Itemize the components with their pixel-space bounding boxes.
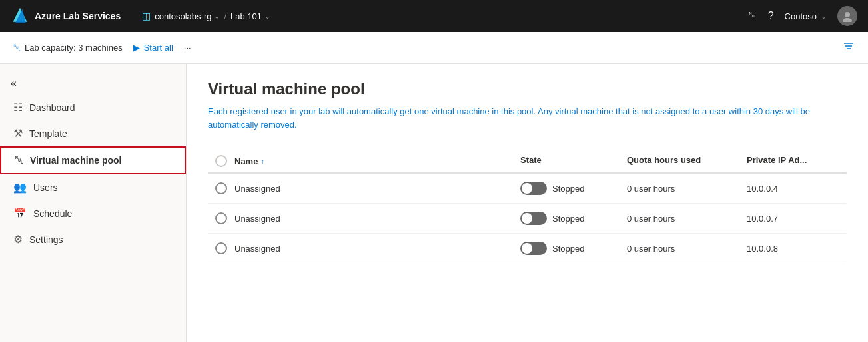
- template-icon: ⚒: [13, 127, 23, 140]
- play-icon: ▶: [133, 43, 140, 53]
- user-chevron-icon: ⌄: [821, 12, 827, 21]
- toolbar: ␀ Lab capacity: 3 machines ▶ Start all ·…: [0, 32, 868, 64]
- user-label: Contoso: [785, 11, 817, 21]
- vm-pool-icon: ␀: [15, 154, 23, 166]
- sidebar: « ☷ Dashboard ⚒ Template ␀ Virtual machi…: [0, 64, 187, 342]
- page-title: Virtual machine pool: [208, 80, 847, 98]
- row3-state: Stopped: [520, 242, 627, 255]
- users-icon: 👥: [13, 181, 27, 194]
- row1-state: Stopped: [520, 182, 627, 195]
- chevron-down-icon: ⌄: [214, 12, 220, 21]
- breadcrumb-lab[interactable]: Lab 101 ⌄: [230, 11, 270, 21]
- row3-name: Unassigned: [234, 244, 368, 254]
- more-options-button[interactable]: ···: [184, 43, 191, 53]
- row1-name: Unassigned: [234, 184, 368, 194]
- sidebar-item-users[interactable]: 👥 Users: [0, 174, 186, 200]
- header-state: State: [520, 155, 627, 167]
- table-row: Unassigned Stopped 0 user hours 10.0.0.4: [208, 174, 847, 204]
- row1-ip: 10.0.0.4: [747, 184, 847, 194]
- row2-check[interactable]: [208, 212, 234, 224]
- breadcrumb-rg-label: contosolabs-rg: [155, 11, 211, 21]
- lab-capacity-item: ␀ Lab capacity: 3 machines: [13, 42, 123, 53]
- lab-capacity-label: Lab capacity: 3 machines: [25, 43, 123, 53]
- row1-quota: 0 user hours: [627, 184, 747, 194]
- more-icon: ···: [184, 43, 191, 53]
- table-header: Name ↑ State Quota hours used Private IP…: [208, 150, 847, 174]
- header-name: Name ↑: [234, 155, 368, 167]
- row2-toggle[interactable]: [520, 212, 547, 225]
- table-row: Unassigned Stopped 0 user hours 10.0.0.7: [208, 204, 847, 234]
- start-all-label: Start all: [144, 43, 173, 53]
- content-area: Virtual machine pool Each registered use…: [187, 64, 868, 342]
- sidebar-item-template[interactable]: ⚒ Template: [0, 120, 186, 146]
- row3-state-label: Stopped: [552, 244, 584, 254]
- sidebar-label-settings: Settings: [29, 234, 63, 245]
- row1-name-label: Unassigned: [234, 184, 280, 194]
- breadcrumb-resource-group[interactable]: contosolabs-rg ⌄: [155, 11, 220, 21]
- resource-group-icon: ◫: [142, 11, 151, 21]
- header-spacer: [368, 155, 520, 167]
- row1-toggle[interactable]: [520, 182, 547, 195]
- sidebar-item-dashboard[interactable]: ☷ Dashboard: [0, 94, 186, 120]
- breadcrumb-lab-label: Lab 101: [230, 11, 262, 21]
- schedule-icon: 📅: [13, 207, 27, 220]
- header-check: [208, 155, 234, 167]
- breadcrumb: ◫ contosolabs-rg ⌄ / Lab 101 ⌄: [142, 11, 741, 21]
- sidebar-label-dashboard: Dashboard: [29, 102, 75, 113]
- row2-radio[interactable]: [215, 212, 227, 224]
- row3-name-label: Unassigned: [234, 244, 280, 254]
- sidebar-label-vm-pool: Virtual machine pool: [30, 155, 121, 166]
- header-ip: Private IP Ad...: [747, 155, 847, 167]
- dashboard-icon: ☷: [13, 101, 23, 114]
- main-layout: « ☷ Dashboard ⚒ Template ␀ Virtual machi…: [0, 64, 868, 342]
- row3-check[interactable]: [208, 242, 234, 254]
- row2-state-label: Stopped: [552, 214, 584, 224]
- row1-radio[interactable]: [215, 182, 227, 194]
- azure-logo-icon: [11, 7, 29, 25]
- row2-ip: 10.0.0.7: [747, 214, 847, 224]
- filter-button[interactable]: [843, 41, 855, 55]
- row3-radio[interactable]: [215, 242, 227, 254]
- row1-state-label: Stopped: [552, 184, 584, 194]
- row1-check[interactable]: [208, 182, 234, 194]
- monitor-small-icon: ␀: [13, 42, 21, 53]
- app-logo[interactable]: Azure Lab Services: [11, 7, 121, 25]
- row3-quota: 0 user hours: [627, 244, 747, 254]
- sidebar-label-template: Template: [29, 128, 67, 139]
- topnav-right: ␀ ? Contoso ⌄: [749, 6, 857, 26]
- user-menu[interactable]: Contoso ⌄: [785, 11, 827, 21]
- row2-name-label: Unassigned: [234, 214, 280, 224]
- svg-point-3: [843, 18, 852, 22]
- row2-state: Stopped: [520, 212, 627, 225]
- row3-ip: 10.0.0.8: [747, 244, 847, 254]
- breadcrumb-separator: /: [224, 11, 226, 21]
- row3-toggle[interactable]: [520, 242, 547, 255]
- sidebar-item-settings[interactable]: ⚙ Settings: [0, 226, 186, 252]
- header-quota: Quota hours used: [627, 155, 747, 167]
- row2-quota: 0 user hours: [627, 214, 747, 224]
- start-all-button[interactable]: ▶ Start all: [133, 43, 173, 53]
- column-name-label: Name: [234, 156, 258, 166]
- page-description: Each registered user in your lab will au…: [208, 105, 821, 131]
- sidebar-label-schedule: Schedule: [33, 208, 72, 219]
- monitor-icon[interactable]: ␀: [749, 10, 757, 22]
- row2-name: Unassigned: [234, 214, 368, 224]
- sidebar-collapse-button[interactable]: «: [0, 72, 186, 94]
- vm-pool-table: Name ↑ State Quota hours used Private IP…: [208, 150, 847, 263]
- sort-icon[interactable]: ↑: [260, 157, 264, 165]
- app-title: Azure Lab Services: [35, 11, 121, 21]
- help-icon[interactable]: ?: [768, 10, 774, 22]
- collapse-icon: «: [11, 77, 17, 88]
- avatar-icon: [841, 10, 853, 22]
- sidebar-item-vm-pool[interactable]: ␀ Virtual machine pool: [0, 146, 186, 174]
- sidebar-label-users: Users: [33, 182, 58, 193]
- avatar[interactable]: [837, 6, 857, 26]
- filter-icon: [843, 41, 855, 53]
- top-navigation: Azure Lab Services ◫ contosolabs-rg ⌄ / …: [0, 0, 868, 32]
- svg-point-2: [845, 12, 850, 17]
- chevron-down-icon-2: ⌄: [264, 12, 270, 21]
- table-row: Unassigned Stopped 0 user hours 10.0.0.8: [208, 234, 847, 263]
- sidebar-item-schedule[interactable]: 📅 Schedule: [0, 200, 186, 226]
- header-radio[interactable]: [215, 155, 227, 167]
- settings-icon: ⚙: [13, 233, 23, 246]
